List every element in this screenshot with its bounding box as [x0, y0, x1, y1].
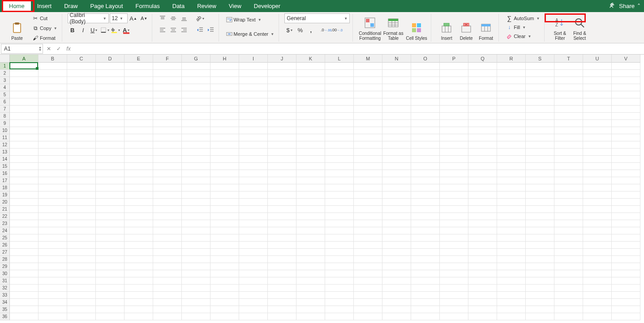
cell[interactable]	[612, 63, 640, 70]
cell[interactable]	[268, 134, 296, 141]
cell[interactable]	[612, 206, 640, 213]
row-header[interactable]: 34	[0, 299, 10, 306]
cell[interactable]	[468, 299, 497, 306]
cell[interactable]	[296, 299, 325, 306]
cell[interactable]	[554, 256, 583, 263]
cell[interactable]	[497, 184, 526, 191]
cell[interactable]	[153, 70, 182, 77]
cell[interactable]	[382, 113, 411, 120]
cell[interactable]	[239, 91, 268, 98]
cell[interactable]	[296, 120, 325, 127]
cell[interactable]	[554, 184, 583, 191]
cell[interactable]	[497, 234, 526, 242]
cell[interactable]	[268, 149, 296, 156]
cell[interactable]	[268, 184, 296, 191]
cell[interactable]	[239, 242, 268, 249]
cell[interactable]	[268, 106, 296, 113]
cell[interactable]	[612, 292, 640, 299]
cell[interactable]	[96, 156, 125, 163]
decrease-indent-button[interactable]	[195, 26, 205, 34]
cell[interactable]	[583, 227, 612, 234]
cell[interactable]	[382, 292, 411, 299]
cell[interactable]	[182, 170, 210, 177]
cell[interactable]	[210, 84, 239, 91]
cell[interactable]	[153, 184, 182, 191]
cell[interactable]	[268, 277, 296, 285]
cell[interactable]	[354, 234, 382, 242]
cell[interactable]	[325, 120, 354, 127]
cell[interactable]	[497, 263, 526, 270]
cell[interactable]	[153, 270, 182, 277]
cell[interactable]	[526, 127, 554, 134]
cell[interactable]	[125, 277, 153, 285]
cell[interactable]	[583, 277, 612, 285]
cell[interactable]	[153, 249, 182, 256]
cell[interactable]	[10, 191, 39, 199]
cell[interactable]	[268, 220, 296, 227]
cell[interactable]	[125, 213, 153, 220]
cell[interactable]	[411, 277, 440, 285]
cell[interactable]	[468, 191, 497, 199]
cell[interactable]	[39, 127, 67, 134]
cell[interactable]	[67, 141, 96, 149]
cell[interactable]	[296, 285, 325, 292]
align-middle-button[interactable]	[168, 14, 178, 23]
cell[interactable]	[526, 149, 554, 156]
cell[interactable]	[239, 220, 268, 227]
cell[interactable]	[497, 70, 526, 77]
cell[interactable]	[210, 70, 239, 77]
menu-tab-home[interactable]: Home	[3, 0, 31, 12]
cell[interactable]	[296, 127, 325, 134]
cell[interactable]	[497, 120, 526, 127]
cell[interactable]	[67, 163, 96, 170]
cell[interactable]	[296, 84, 325, 91]
increase-decimal-button[interactable]: .0→.00	[321, 26, 331, 34]
cell[interactable]	[239, 256, 268, 263]
cell[interactable]	[554, 170, 583, 177]
cell[interactable]	[354, 191, 382, 199]
cell[interactable]	[182, 292, 210, 299]
cell[interactable]	[325, 285, 354, 292]
cell[interactable]	[239, 184, 268, 191]
fill-color-button[interactable]: ▾	[111, 26, 120, 34]
increase-font-button[interactable]: A▲	[129, 14, 138, 23]
column-header[interactable]: L	[325, 55, 354, 63]
column-header[interactable]: R	[497, 55, 526, 63]
cell[interactable]	[153, 63, 182, 70]
cell[interactable]	[182, 242, 210, 249]
cell[interactable]	[10, 170, 39, 177]
cell[interactable]	[210, 149, 239, 156]
cell[interactable]	[10, 242, 39, 249]
cell[interactable]	[411, 156, 440, 163]
cell[interactable]	[96, 277, 125, 285]
cell[interactable]	[382, 106, 411, 113]
cell[interactable]	[468, 249, 497, 256]
cell[interactable]	[96, 91, 125, 98]
cell[interactable]	[39, 213, 67, 220]
cell[interactable]	[210, 77, 239, 84]
cell[interactable]	[239, 98, 268, 106]
cell[interactable]	[468, 213, 497, 220]
cell[interactable]	[96, 292, 125, 299]
cell[interactable]	[153, 256, 182, 263]
cell[interactable]	[153, 220, 182, 227]
cell[interactable]	[153, 84, 182, 91]
cell[interactable]	[67, 149, 96, 156]
cell[interactable]	[325, 292, 354, 299]
cell[interactable]	[354, 249, 382, 256]
cell[interactable]	[583, 249, 612, 256]
row-header[interactable]: 29	[0, 263, 10, 270]
row-header[interactable]: 19	[0, 191, 10, 199]
menu-tab-developer[interactable]: Developer	[248, 0, 287, 12]
cell[interactable]	[382, 199, 411, 206]
find-select-button[interactable]: Find & Select	[570, 14, 589, 42]
cell[interactable]	[354, 63, 382, 70]
increase-indent-button[interactable]	[206, 26, 216, 34]
cell[interactable]	[325, 191, 354, 199]
cell[interactable]	[554, 299, 583, 306]
cell[interactable]	[411, 63, 440, 70]
cell[interactable]	[268, 199, 296, 206]
cell[interactable]	[210, 113, 239, 120]
cell[interactable]	[382, 63, 411, 70]
row-header[interactable]: 15	[0, 163, 10, 170]
